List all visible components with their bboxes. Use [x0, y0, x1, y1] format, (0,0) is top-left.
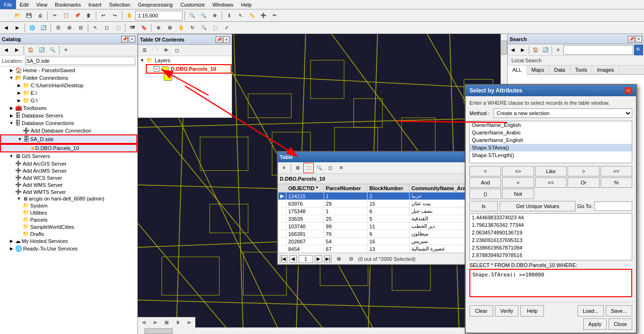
- scale-input[interactable]: [135, 11, 183, 20]
- op-like[interactable]: Like: [535, 166, 567, 176]
- navigate-btn[interactable]: 🗺: [127, 23, 138, 33]
- toc-vis-btn[interactable]: 👁: [161, 45, 171, 56]
- tree-toggle[interactable]: ▶: [15, 83, 23, 88]
- search-input[interactable]: [563, 45, 633, 55]
- new-btn[interactable]: 📄: [1, 10, 11, 21]
- search-forward-btn[interactable]: ▶: [519, 45, 527, 55]
- identify-btn[interactable]: ℹ: [224, 10, 234, 21]
- tree-item-home[interactable]: ▶ 🏠 Home - Parcels\Saved: [0, 67, 137, 74]
- redo-btn[interactable]: ↪: [109, 10, 120, 21]
- table-first-btn[interactable]: |◀: [280, 255, 287, 263]
- editor-btn[interactable]: ✏: [269, 10, 280, 21]
- tree-item-add-arcgis[interactable]: ➕ Add ArcGIS Server: [0, 160, 137, 167]
- table-row[interactable]: ▶ 134215 1 2 حزما: [278, 192, 484, 200]
- table-sort-btn[interactable]: ⬚: [303, 163, 314, 173]
- tree-item-db-connections[interactable]: ▼ 🗄 Database Connections: [0, 119, 137, 127]
- toc-src-btn[interactable]: 📄: [150, 45, 160, 56]
- apply-btn[interactable]: Apply: [583, 318, 607, 330]
- go-to-input[interactable]: [594, 201, 632, 211]
- search-back-btn[interactable]: ◀: [509, 45, 518, 55]
- swipe-btn[interactable]: ⤢: [221, 23, 232, 33]
- tree-toggle[interactable]: ▼: [8, 75, 15, 80]
- map-sync-btn[interactable]: ⊞: [161, 317, 172, 328]
- tree-toggle[interactable]: ▶: [8, 106, 15, 110]
- tree-toggle[interactable]: ▼: [8, 154, 15, 159]
- tree-item-worldcities[interactable]: 📁 SampleWorldCities: [0, 223, 137, 230]
- search-refresh-btn[interactable]: 🔄: [541, 45, 550, 55]
- map-home-btn[interactable]: ⊳: [184, 317, 194, 328]
- field-item-quarter-en[interactable]: QuarterName_English: [470, 136, 632, 144]
- save-btn[interactable]: 💾: [24, 10, 34, 21]
- value-item-4[interactable]: 2.2360916137695313: [470, 236, 632, 244]
- menu-insert[interactable]: Insert: [84, 0, 105, 9]
- zoom-map-btn[interactable]: ⊕: [153, 23, 164, 33]
- op-gt[interactable]: >: [568, 166, 599, 176]
- map-hscroll-thumb[interactable]: [144, 328, 173, 334]
- table-row[interactable]: 202867 54 16 سيريس: [278, 238, 484, 245]
- tree-toggle[interactable]: ▶: [15, 98, 23, 103]
- table-find-btn[interactable]: 🔍: [314, 163, 325, 173]
- table-page-input[interactable]: [299, 255, 313, 263]
- op-not[interactable]: Not: [502, 189, 534, 199]
- tab-images[interactable]: Images: [592, 66, 619, 74]
- field-item-length[interactable]: Shape.STLength(): [470, 151, 632, 159]
- toc-sel-btn[interactable]: ◻: [172, 45, 182, 56]
- print-btn[interactable]: 🖨: [35, 10, 45, 21]
- table-sel-btn[interactable]: ◻: [325, 163, 335, 173]
- tab-tools[interactable]: Tools: [570, 66, 593, 74]
- fields-list[interactable]: OwnerName_English QuarterName_Arabic Qua…: [469, 121, 632, 163]
- select3-btn[interactable]: ⬚: [113, 23, 123, 33]
- select2-btn[interactable]: ◻: [101, 23, 112, 33]
- op-and[interactable]: And: [469, 177, 501, 188]
- op-gte[interactable]: >=: [601, 166, 632, 176]
- toc-pin-btn[interactable]: 📌: [216, 36, 222, 43]
- value-item-6[interactable]: 2.8788394927978516: [470, 251, 632, 259]
- table-cols-btn[interactable]: ⊞: [293, 163, 303, 173]
- tree-item-db-servers[interactable]: ▶ 🗄 Database Servers: [0, 112, 137, 119]
- value-item-3[interactable]: 2.0634574890136719: [470, 229, 632, 236]
- tree-item-arcgis-admin[interactable]: ▼ 🖥 arcgis on hani-dell_6080 (admin): [0, 195, 137, 202]
- verify-btn[interactable]: Verify: [495, 305, 519, 317]
- field-item-owner[interactable]: OwnerName_English: [470, 121, 632, 129]
- globe-btn[interactable]: 🌐: [27, 23, 37, 33]
- open-btn[interactable]: 📂: [12, 10, 23, 21]
- table-row[interactable]: 175348 1 6 نصف جبل: [278, 208, 484, 215]
- value-item-1[interactable]: 1.44469833374023 44: [470, 214, 632, 221]
- copy-btn[interactable]: 📋: [61, 10, 71, 21]
- map-scroll-thumb[interactable]: [502, 41, 507, 55]
- tree-item-folder-connections[interactable]: ▼ 📂 Folder Connections: [0, 74, 137, 82]
- help-btn[interactable]: Help: [520, 305, 544, 317]
- tab-data[interactable]: Data: [549, 66, 570, 74]
- toc-close-btn[interactable]: ×: [223, 36, 230, 43]
- select-arrow[interactable]: ↖: [90, 23, 100, 33]
- load-btn[interactable]: Load...: [577, 305, 604, 317]
- overview-btn[interactable]: ⬚: [210, 23, 220, 33]
- undo-btn[interactable]: ↩: [98, 10, 109, 21]
- col-objectid[interactable]: OBJECTID *: [286, 184, 324, 192]
- catalog-pin-btn[interactable]: 📌: [121, 36, 128, 42]
- menu-view[interactable]: View: [33, 0, 51, 9]
- col-community[interactable]: CommunityName_Ara: [409, 184, 474, 192]
- map-scrollbar-h[interactable]: [138, 327, 501, 334]
- tree-item-add-db[interactable]: ▶ ➕ Add Database Connection: [0, 127, 137, 134]
- search-options-btn[interactable]: ≡: [554, 45, 563, 55]
- tree-toggle[interactable]: ▶: [8, 68, 15, 73]
- cat-refresh-btn[interactable]: 🔄: [36, 45, 47, 55]
- map-next-btn[interactable]: ⊳: [150, 317, 160, 328]
- toc-layers-group[interactable]: ▼ 📁 Layers: [138, 56, 232, 64]
- clear-btn[interactable]: Clear: [469, 305, 493, 317]
- col-block[interactable]: BlockNumber: [367, 184, 409, 192]
- menu-file[interactable]: File: [0, 0, 16, 9]
- collapse-btn[interactable]: ⊟: [75, 23, 86, 33]
- table-half-btn[interactable]: ⊟: [346, 254, 356, 264]
- catalog-close-btn[interactable]: ×: [129, 36, 135, 42]
- field-item-quarter-ar[interactable]: QuarterName_Arabic: [470, 129, 632, 136]
- menu-windows[interactable]: Windows: [209, 0, 237, 9]
- rotate-btn[interactable]: ↻: [187, 23, 198, 33]
- menu-edit[interactable]: Edit: [16, 0, 33, 9]
- cat-search-btn[interactable]: 🔍: [47, 45, 58, 55]
- pan-map-btn[interactable]: ✋: [176, 23, 186, 33]
- tree-item-ready[interactable]: ▶ 🌐 Ready-To-Use Services: [0, 245, 137, 252]
- layers-expand-icon[interactable]: ▼: [140, 58, 144, 63]
- zoom-out-btn[interactable]: 🔍: [198, 10, 209, 21]
